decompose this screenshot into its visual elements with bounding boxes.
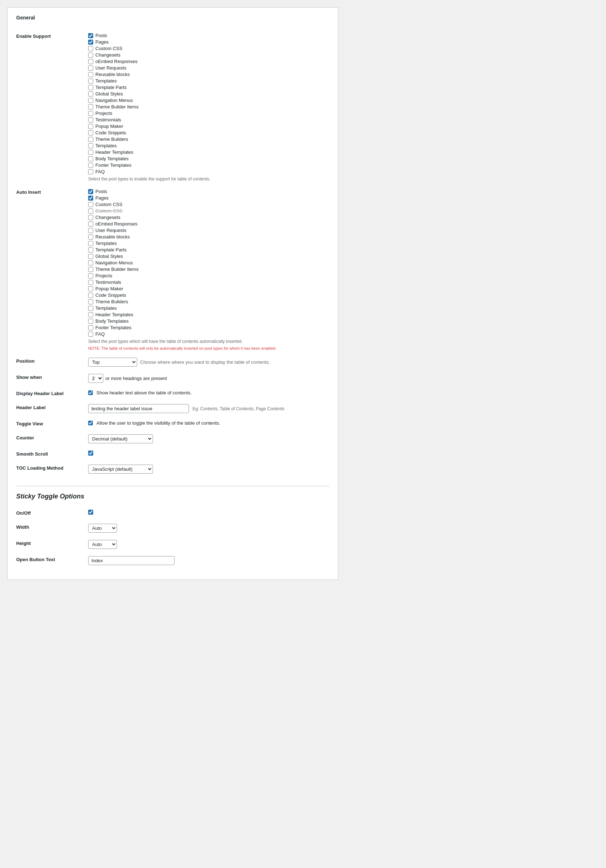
es_header_templates-checkbox[interactable] (88, 150, 93, 155)
ai_global_styles-checkbox[interactable] (88, 254, 93, 259)
es_templates-label[interactable]: Templates (95, 78, 117, 84)
sticky-height-select[interactable]: Auto200px300px400px (88, 540, 117, 549)
es_global_styles-label[interactable]: Global Styles (95, 91, 123, 96)
es_faq-label[interactable]: FAQ (95, 169, 105, 174)
show-when-select[interactable]: 12345 (88, 374, 103, 383)
ai_template_parts-label[interactable]: Template Parts (95, 247, 127, 253)
es_nav_menus-label[interactable]: Navigation Menus (95, 98, 133, 103)
open-button-text-input[interactable] (88, 556, 175, 565)
ai_pages-label[interactable]: Pages (95, 195, 109, 201)
es_reusable-checkbox[interactable] (88, 72, 93, 77)
ai_custom_css-label[interactable]: Custom CSS (95, 202, 122, 207)
es_body_templates-label[interactable]: Body Templates (95, 156, 128, 161)
ai_custom_css-checkbox[interactable] (88, 202, 93, 207)
ai_testimonials-label[interactable]: Testimonials (95, 279, 121, 285)
ai_templates2-checkbox[interactable] (88, 306, 93, 311)
ai_projects-checkbox[interactable] (88, 273, 93, 278)
es_user_req-label[interactable]: User Requests (95, 65, 126, 71)
ai_posts-checkbox[interactable] (88, 189, 93, 194)
es_footer_templates-label[interactable]: Footer Templates (95, 163, 131, 168)
ai_projects-label[interactable]: Projects (95, 273, 112, 278)
ai_footer_templates-label[interactable]: Footer Templates (95, 325, 131, 330)
es_testimonials-checkbox[interactable] (88, 118, 93, 122)
es_pages-checkbox[interactable] (88, 40, 93, 45)
ai_nav_menus-label[interactable]: Navigation Menus (95, 260, 133, 265)
es_code_snippets-label[interactable]: Code Snippets (95, 130, 126, 135)
header-label-input[interactable] (88, 404, 189, 413)
ai_testimonials-checkbox[interactable] (88, 280, 93, 285)
display-header-label-checkbox[interactable] (88, 391, 93, 395)
es_oembed-checkbox[interactable] (88, 59, 93, 64)
position-select[interactable]: TopBottomAfter first heading (88, 358, 137, 367)
es_projects-checkbox[interactable] (88, 111, 93, 116)
ai_theme_builder-checkbox[interactable] (88, 267, 93, 272)
es_reusable-label[interactable]: Reusable blocks (95, 72, 130, 77)
ai_posts-label[interactable]: Posts (95, 189, 107, 194)
es_templates2-checkbox[interactable] (88, 143, 93, 149)
sticky-onoff-checkbox[interactable] (88, 510, 93, 515)
es_header_templates-label[interactable]: Header Templates (95, 149, 133, 155)
ai_templates-checkbox[interactable] (88, 241, 93, 246)
ai_templates-label[interactable]: Templates (95, 240, 117, 246)
sticky-width-select[interactable]: Auto200px250px300px (88, 524, 117, 533)
es_changesets-label[interactable]: Changesets (95, 52, 120, 57)
es_testimonials-label[interactable]: Testimonials (95, 117, 121, 122)
es_popup_maker-label[interactable]: Popup Maker (95, 124, 123, 129)
ai_changesets-checkbox[interactable] (88, 215, 93, 220)
es_faq-checkbox[interactable] (88, 169, 93, 174)
es_theme_builder-label[interactable]: Theme Builder Items (95, 104, 139, 110)
toggle-view-checkbox[interactable] (88, 421, 93, 425)
ai_popup_maker-checkbox[interactable] (88, 286, 93, 291)
ai_header_templates-label[interactable]: Header Templates (95, 312, 133, 317)
ai_body_templates-checkbox[interactable] (88, 319, 93, 324)
es_posts-label[interactable]: Posts (95, 33, 107, 38)
ai_header_templates-checkbox[interactable] (88, 312, 93, 317)
ai_theme_builder-label[interactable]: Theme Builder Items (95, 267, 139, 272)
es_theme_builders-checkbox[interactable] (88, 137, 93, 142)
ai_templates2-label[interactable]: Templates (95, 305, 117, 311)
ai_custom_css2-label[interactable]: Custom CSS (95, 208, 122, 214)
es_template_parts-checkbox[interactable] (88, 85, 93, 90)
ai_popup_maker-label[interactable]: Popup Maker (95, 286, 123, 291)
ai_footer_templates-checkbox[interactable] (88, 325, 93, 330)
ai_nav_menus-checkbox[interactable] (88, 260, 93, 265)
ai_body_templates-label[interactable]: Body Templates (95, 318, 128, 324)
es_changesets-checkbox[interactable] (88, 53, 93, 57)
es_nav_menus-checkbox[interactable] (88, 98, 93, 103)
es_footer_templates-checkbox[interactable] (88, 163, 93, 168)
es_theme_builder-checkbox[interactable] (88, 104, 93, 110)
ai_reusable-label[interactable]: Reusable blocks (95, 234, 130, 240)
counter-select[interactable]: Decimal (default)Decimal leading zeroDis… (88, 434, 153, 443)
es_projects-label[interactable]: Projects (95, 110, 112, 116)
es_custom_css-label[interactable]: Custom CSS (95, 46, 122, 51)
toggle-view-desc[interactable]: Allow the user to toggle the visibility … (96, 420, 220, 426)
ai_pages-checkbox[interactable] (88, 195, 93, 201)
es_oembed-label[interactable]: oEmbed Responses (95, 59, 138, 64)
ai_theme_builders-checkbox[interactable] (88, 299, 93, 304)
es_body_templates-checkbox[interactable] (88, 156, 93, 161)
es_user_req-checkbox[interactable] (88, 65, 93, 71)
es_code_snippets-checkbox[interactable] (88, 130, 93, 135)
smooth-scroll-checkbox[interactable] (88, 451, 93, 456)
ai_template_parts-checkbox[interactable] (88, 248, 93, 253)
es_custom_css-checkbox[interactable] (88, 46, 93, 51)
ai_user_req-label[interactable]: User Requests (95, 228, 126, 233)
es_popup_maker-checkbox[interactable] (88, 124, 93, 129)
es_global_styles-checkbox[interactable] (88, 91, 93, 96)
es_templates-checkbox[interactable] (88, 79, 93, 84)
display-header-label-desc[interactable]: Show header text above the table of cont… (96, 390, 192, 395)
es_template_parts-label[interactable]: Template Parts (95, 85, 127, 90)
ai_theme_builders-label[interactable]: Theme Builders (95, 299, 128, 304)
es_templates2-label[interactable]: Templates (95, 143, 117, 149)
ai_custom_css2-checkbox[interactable] (88, 209, 93, 214)
es_posts-checkbox[interactable] (88, 33, 93, 38)
toc-loading-select[interactable]: JavaScript (default)PHP (88, 465, 153, 474)
ai_faq-label[interactable]: FAQ (95, 331, 105, 337)
ai_user_req-checkbox[interactable] (88, 228, 93, 233)
es_theme_builders-label[interactable]: Theme Builders (95, 136, 128, 142)
ai_oembed-checkbox[interactable] (88, 222, 93, 226)
ai_faq-checkbox[interactable] (88, 332, 93, 337)
ai_changesets-label[interactable]: Changesets (95, 215, 120, 220)
ai_code_snippets-label[interactable]: Code Snippets (95, 293, 126, 298)
es_pages-label[interactable]: Pages (95, 39, 109, 45)
